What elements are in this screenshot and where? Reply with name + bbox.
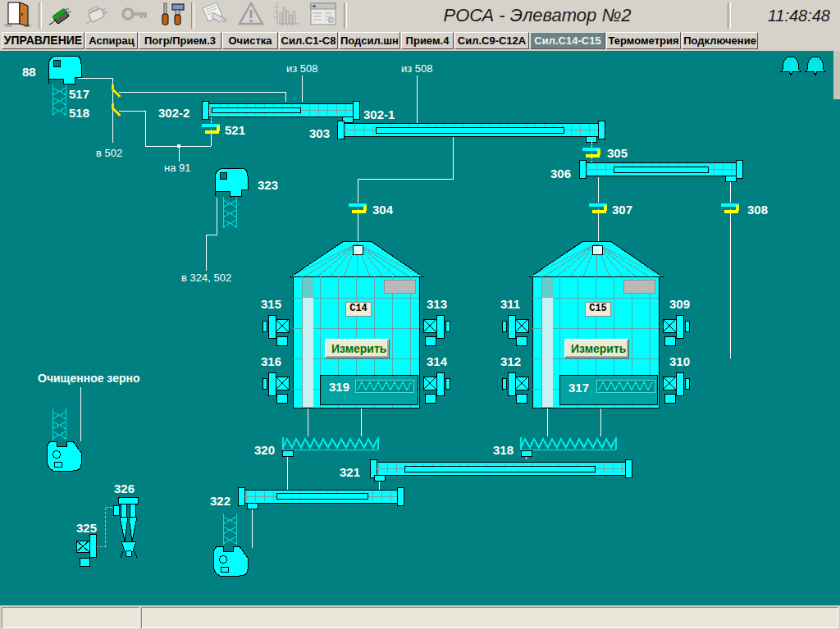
label-valve307: 307	[612, 203, 632, 217]
tab-pogr-priem3[interactable]: Погр/Прием.3	[139, 32, 221, 49]
window-edge-strip	[833, 51, 840, 99]
label-fan313: 313	[427, 297, 447, 311]
exit-button[interactable]	[0, 2, 36, 30]
connect-plug-icon	[47, 1, 78, 30]
fan-313[interactable]	[423, 315, 450, 345]
toolbar-separator	[39, 2, 42, 29]
fan-315[interactable]	[262, 315, 289, 345]
clock: 11:48:48	[733, 7, 840, 25]
label-clean-grain: Очищенное зерно	[38, 372, 139, 385]
status-bar	[0, 605, 840, 630]
label-eq323: 323	[258, 178, 278, 192]
bin-auger-319[interactable]	[355, 380, 413, 392]
label-bin319: 319	[329, 380, 349, 394]
tab-sil-c1-c8[interactable]: Сил.С1-С8	[279, 32, 338, 49]
measure-button-c15[interactable]: Измерить	[564, 339, 628, 358]
measure-button-c14[interactable]: Измерить	[325, 339, 389, 358]
conveyor-322[interactable]	[238, 487, 404, 509]
noria-head-323[interactable]	[215, 168, 248, 196]
status-panel-left	[2, 607, 139, 628]
disconnect-plug-icon	[83, 1, 114, 30]
tab-sil-c9-c12a[interactable]: Сил.С9-С12А	[454, 32, 529, 49]
trends-chart-icon	[272, 1, 303, 30]
journal-button[interactable]	[197, 2, 233, 30]
tab-podkluchenie[interactable]: Подключение	[682, 32, 758, 49]
toolbar: РОСА - Элеватор №2 11:48:48	[0, 0, 840, 32]
disconnect-button[interactable]	[80, 2, 116, 30]
tab-podsil-shn[interactable]: Подсил.шн	[339, 32, 400, 49]
window-title: РОСА - Элеватор №2	[349, 5, 725, 26]
fan-310[interactable]	[663, 372, 689, 403]
label-conv321: 321	[340, 465, 360, 479]
settings-tools-icon	[155, 1, 186, 30]
conveyor-302-2[interactable]	[202, 101, 359, 122]
label-from508a: из 508	[286, 62, 318, 75]
fan-309[interactable]	[663, 315, 689, 345]
app-window: РОСА - Элеватор №2 11:48:48 УПРАВЛЕНИЕ А…	[0, 0, 840, 630]
key-button[interactable]	[116, 2, 153, 30]
line-junction	[177, 144, 180, 148]
settings-button[interactable]	[153, 2, 189, 30]
conveyor-306[interactable]	[579, 160, 742, 181]
label-fan314: 314	[427, 354, 447, 368]
tab-bar: УПРАВЛЕНИЕ Аспирац Погр/Прием.3 Очистка …	[0, 31, 840, 52]
status-panel-right	[141, 607, 838, 628]
label-eq88: 88	[22, 65, 36, 79]
label-valve305: 305	[607, 146, 628, 160]
tab-priem4[interactable]: Прием.4	[401, 32, 454, 49]
tab-ochistka[interactable]: Очистка	[222, 32, 278, 49]
label-conv303: 303	[309, 126, 330, 140]
screw-auger-318[interactable]	[521, 437, 616, 456]
trends-button[interactable]	[269, 2, 305, 30]
label-fan310: 310	[669, 354, 690, 368]
screw-auger-320[interactable]	[282, 437, 378, 456]
tab-upravlenie[interactable]: УПРАВЛЕНИЕ	[2, 32, 84, 49]
label-auger318: 318	[493, 443, 514, 457]
diverter-valve-518[interactable]	[112, 103, 120, 116]
cyclone-326[interactable]	[113, 497, 138, 558]
label-valve518: 518	[69, 106, 89, 120]
label-to91: на 91	[164, 162, 190, 174]
journal-icon	[199, 1, 231, 30]
fan-312[interactable]	[502, 372, 528, 403]
label-conv302-1: 302-1	[363, 107, 395, 121]
label-fan316: 316	[261, 354, 281, 368]
tab-termometria[interactable]: Термометрия	[606, 32, 681, 49]
silo-name-plate-c14: C14	[345, 302, 372, 317]
bin-auger-317[interactable]	[596, 380, 655, 392]
alarms-button[interactable]	[233, 2, 269, 30]
fan-311[interactable]	[502, 315, 528, 345]
noria-boot-clean-grain[interactable]	[47, 441, 81, 471]
toolbar-separator	[728, 2, 731, 29]
silo-name-plate-c15: C15	[585, 302, 611, 317]
label-fan312: 312	[500, 354, 521, 368]
values-table-icon	[308, 1, 339, 30]
fan-316[interactable]	[262, 372, 289, 403]
noria-boot-322[interactable]	[213, 546, 248, 576]
label-auger320: 320	[254, 443, 275, 457]
toolbar-separator	[191, 2, 194, 29]
label-valve304: 304	[372, 203, 393, 217]
values-button[interactable]	[305, 2, 341, 30]
toolbar-separator	[344, 2, 347, 29]
tab-sil-c14-c15[interactable]: Сил.С14-С15	[530, 32, 605, 49]
label-bin317: 317	[568, 381, 589, 395]
label-cyclone326: 326	[114, 482, 135, 495]
conveyor-303[interactable]	[337, 121, 605, 142]
label-fan315: 315	[261, 297, 281, 311]
connect-button[interactable]	[44, 2, 80, 30]
access-key-icon	[119, 1, 150, 30]
conveyor-321[interactable]	[370, 459, 632, 481]
label-valve517: 517	[69, 87, 89, 101]
fan-314[interactable]	[423, 372, 450, 403]
diverter-valve-517[interactable]	[112, 84, 120, 97]
alarm-bell-icon[interactable]	[781, 57, 801, 75]
label-fan309: 309	[669, 297, 690, 311]
label-to324-502: в 324, 502	[181, 272, 231, 284]
alarm-bell-icon[interactable]	[806, 57, 825, 75]
intake-spouts-clean-grain	[52, 409, 66, 440]
fan-325[interactable]	[76, 534, 96, 566]
label-conv306: 306	[550, 167, 571, 180]
tab-aspirac[interactable]: Аспирац	[85, 32, 138, 49]
noria-head-88[interactable]	[48, 56, 81, 84]
